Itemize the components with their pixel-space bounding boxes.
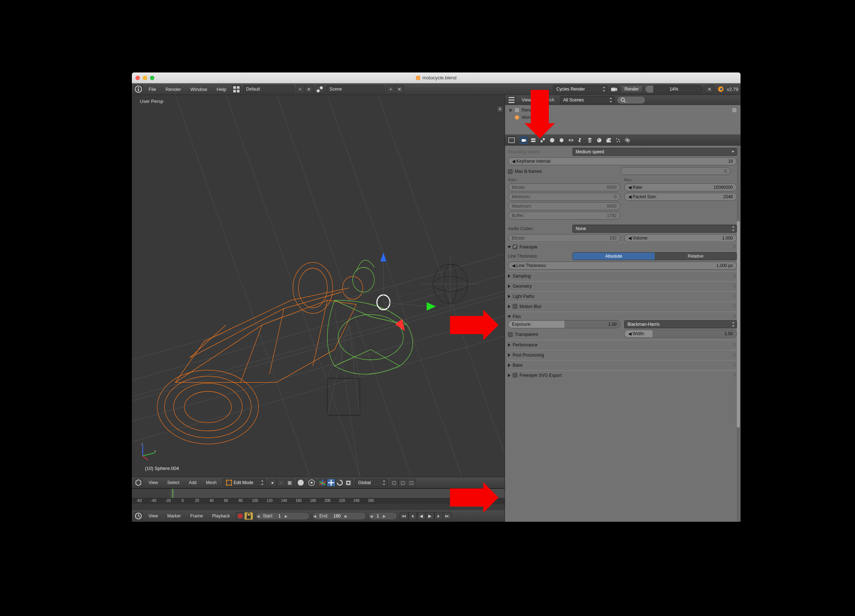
render-camera-icon[interactable] <box>610 85 618 93</box>
play-reverse-icon[interactable]: ◀ <box>417 512 426 520</box>
pixel-filter-dropdown[interactable]: Blackman-Harris <box>624 320 737 328</box>
render-button[interactable]: Render <box>621 85 643 93</box>
encoding-speed-dropdown[interactable]: Medium speed <box>572 148 737 156</box>
vp-menu-view[interactable]: View <box>145 479 162 487</box>
frame-start-field[interactable]: ◀Start:1▶ <box>256 512 310 520</box>
manipulator-axes-icon[interactable] <box>318 479 327 487</box>
panel-freestyle-svg-header[interactable]: Freestyle SVG Export⠿ <box>508 370 737 379</box>
exposure-field[interactable]: Exposure:1.00 <box>508 320 621 328</box>
panel-lightpaths-header[interactable]: Light Paths⠿ <box>508 291 737 300</box>
audio-volume-field[interactable]: ◀ Volume:1.000 <box>624 234 737 242</box>
tab-particles-icon[interactable] <box>614 136 622 144</box>
scene-delete-icon[interactable]: ✕ <box>395 85 404 93</box>
editor-type-3dview-icon[interactable] <box>134 479 143 487</box>
panel-postprocessing-header[interactable]: Post Processing⠿ <box>508 350 737 359</box>
layout-delete-icon[interactable]: ✕ <box>305 85 313 93</box>
audio-codec-dropdown[interactable]: None <box>572 225 737 233</box>
mode-dropdown[interactable]: Edit Mode <box>222 479 266 487</box>
screen-layout-field[interactable]: Default <box>243 85 294 93</box>
tab-texture-icon[interactable] <box>604 136 613 144</box>
close-traffic-light[interactable] <box>135 76 140 80</box>
shading-mode-icon[interactable] <box>296 479 305 487</box>
manipulator-rotate-icon[interactable] <box>336 479 344 487</box>
menu-window[interactable]: Window <box>187 85 211 93</box>
tab-constraints-icon[interactable] <box>567 136 575 144</box>
tl-menu-playback[interactable]: Playback <box>209 512 234 520</box>
panel-motionblur-header[interactable]: Motion Blur⠿ <box>508 302 737 310</box>
current-frame-field[interactable]: ◀1▶ <box>368 512 397 520</box>
filter-width-field[interactable]: ◀ Width:1.50 <box>624 330 737 338</box>
3d-viewport[interactable]: User Persp ＋ <box>132 95 505 477</box>
editor-type-properties-icon[interactable] <box>507 136 516 144</box>
layers-2-icon[interactable]: ▢ <box>398 479 407 487</box>
layout-add-icon[interactable]: ＋ <box>296 85 305 93</box>
autokey-lock-icon[interactable] <box>245 512 253 520</box>
mux-packet-field[interactable]: ◀ Packet Size:2048 <box>624 193 737 201</box>
outliner-display-dropdown[interactable]: All Scenes <box>560 96 614 104</box>
tl-menu-frame[interactable]: Frame <box>187 512 207 520</box>
orientation-dropdown[interactable]: Global <box>355 479 388 487</box>
editor-type-info-icon[interactable] <box>134 85 143 93</box>
menu-file[interactable]: File <box>145 85 160 93</box>
properties-scrollbar[interactable] <box>737 146 740 522</box>
tab-data-icon[interactable] <box>585 136 594 144</box>
autokey-record-icon[interactable] <box>236 512 245 520</box>
panel-sampling-header[interactable]: Sampling⠿ <box>508 271 737 280</box>
panel-performance-header[interactable]: Performance⠿ <box>508 340 737 349</box>
select-edge-icon[interactable]: ⟋ <box>277 479 285 487</box>
scene-field[interactable]: Scene <box>326 85 385 93</box>
jump-start-icon[interactable]: ⏮ <box>400 512 408 520</box>
mux-rate-field[interactable]: ◀ Rate:10080000 <box>624 183 737 192</box>
editor-type-timeline-icon[interactable] <box>134 512 143 520</box>
step-fwd-icon[interactable]: ⏵ <box>434 512 443 520</box>
tab-modifiers-icon[interactable] <box>576 136 585 144</box>
panel-bake-header[interactable]: Bake⠿ <box>508 360 737 369</box>
line-thickness-field[interactable]: ◀ Line Thickness:1.000 px <box>508 262 737 270</box>
freestyle-checkbox[interactable] <box>513 245 517 249</box>
menu-help[interactable]: Help <box>213 85 230 93</box>
pivot-mode-icon[interactable] <box>307 479 316 487</box>
keyframe-interval-field[interactable]: ◀ Keyframe interval:18 <box>508 157 737 165</box>
scene-browse-icon[interactable] <box>316 85 324 93</box>
motionblur-checkbox[interactable] <box>513 304 517 309</box>
tab-object-icon[interactable] <box>557 136 566 144</box>
tab-material-icon[interactable] <box>595 136 604 144</box>
outliner-search-input[interactable] <box>617 96 646 104</box>
tl-menu-view[interactable]: View <box>145 512 162 520</box>
playhead[interactable] <box>172 489 173 498</box>
step-back-icon[interactable]: ⏴ <box>408 512 417 520</box>
select-vert-icon[interactable]: ● <box>268 479 277 487</box>
render-layer-toggle-icon[interactable] <box>732 107 737 113</box>
layers-3-icon[interactable]: ▢ <box>407 479 416 487</box>
tab-physics-icon[interactable] <box>623 136 632 144</box>
zoom-traffic-light[interactable] <box>150 76 154 80</box>
vp-menu-select[interactable]: Select <box>164 479 183 487</box>
editor-type-outliner-icon[interactable] <box>507 96 516 104</box>
manipulator-translate-icon[interactable] <box>327 479 336 487</box>
svg-point-37 <box>173 383 242 431</box>
panel-geometry-header[interactable]: Geometry⠿ <box>508 281 737 290</box>
panel-film-header[interactable]: Film⠿ <box>508 312 737 320</box>
tl-menu-marker[interactable]: Marker <box>164 512 184 520</box>
timeline-track[interactable] <box>132 489 505 498</box>
minimize-traffic-light[interactable] <box>143 76 147 80</box>
screen-layout-icon[interactable] <box>232 85 241 93</box>
jump-end-icon[interactable]: ⏭ <box>443 512 452 520</box>
render-engine-dropdown[interactable]: Cycles Render <box>553 85 608 93</box>
vp-menu-mesh[interactable]: Mesh <box>202 479 220 487</box>
layers-1-icon[interactable]: ▢ <box>390 479 398 487</box>
render-cancel-icon[interactable]: ✕ <box>705 85 714 93</box>
select-face-icon[interactable]: ▦ <box>285 479 294 487</box>
vp-menu-add[interactable]: Add <box>185 479 200 487</box>
transparent-checkbox[interactable] <box>508 332 513 337</box>
line-thickness-mode-toggle[interactable]: Absolute Relative <box>572 252 737 260</box>
scene-add-icon[interactable]: ＋ <box>386 85 395 93</box>
max-bframes-checkbox[interactable] <box>508 169 513 174</box>
menu-render[interactable]: Render <box>162 85 185 93</box>
svg-rect-70 <box>246 516 251 519</box>
frame-end-field[interactable]: ◀End:160▶ <box>312 512 366 520</box>
freestyle-svg-checkbox[interactable] <box>513 373 517 378</box>
play-icon[interactable]: ▶ <box>426 512 434 520</box>
manipulator-scale-icon[interactable] <box>344 479 353 487</box>
panel-freestyle-header[interactable]: Freestyle⠿ <box>508 242 737 251</box>
